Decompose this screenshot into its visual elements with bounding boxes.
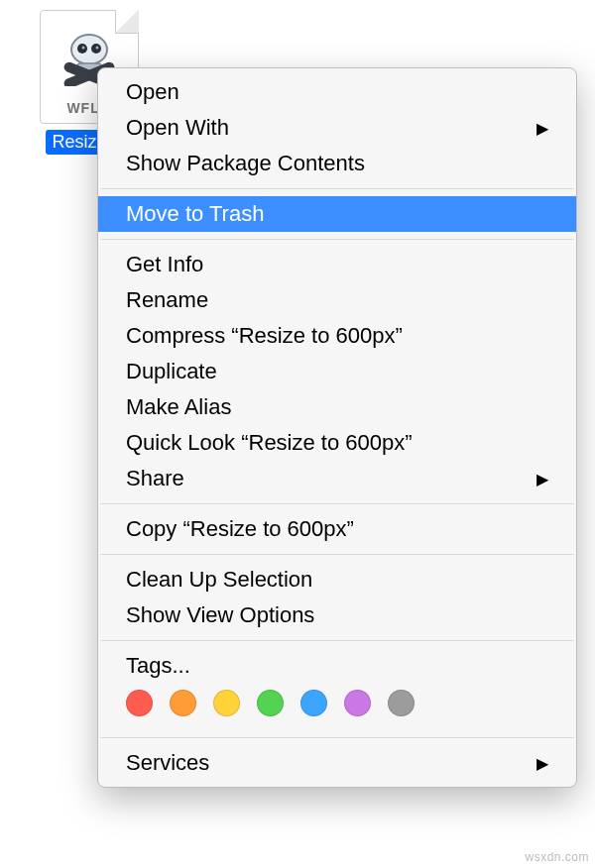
menu-item-duplicate[interactable]: Duplicate (98, 354, 576, 389)
menu-item-open[interactable]: Open (98, 74, 576, 110)
submenu-arrow-icon: ▶ (536, 754, 548, 773)
menu-item-make-alias[interactable]: Make Alias (98, 389, 576, 425)
menu-item-copy-resize-to-600px[interactable]: Copy “Resize to 600px” (98, 511, 576, 547)
menu-item-label: Share (126, 466, 184, 491)
tag-color-6[interactable] (388, 690, 415, 716)
menu-item-label: Compress “Resize to 600px” (126, 323, 403, 349)
menu-item-tags[interactable]: Tags... (98, 648, 576, 684)
menu-item-label: Quick Look “Resize to 600px” (126, 430, 413, 456)
menu-item-label: Rename (126, 287, 208, 313)
menu-item-label: Services (126, 750, 209, 776)
menu-item-label: Show View Options (126, 602, 314, 628)
tag-color-1[interactable] (170, 690, 196, 716)
menu-separator (100, 640, 574, 641)
menu-item-label: Open With (126, 115, 229, 141)
tag-color-0[interactable] (126, 690, 153, 716)
menu-item-compress-resize-to-600px[interactable]: Compress “Resize to 600px” (98, 318, 576, 354)
menu-separator (100, 503, 574, 504)
menu-item-share[interactable]: Share▶ (98, 461, 576, 496)
file-dogear (115, 10, 139, 34)
tags-row (98, 684, 576, 730)
menu-item-show-view-options[interactable]: Show View Options (98, 597, 576, 633)
menu-item-label: Move to Trash (126, 201, 264, 227)
menu-separator (100, 554, 574, 555)
menu-item-label: Make Alias (126, 394, 231, 420)
menu-separator (100, 188, 574, 189)
tag-color-5[interactable] (344, 690, 371, 716)
menu-item-services[interactable]: Services▶ (98, 745, 576, 781)
submenu-arrow-icon: ▶ (536, 119, 548, 138)
svg-point-0 (71, 35, 107, 64)
menu-item-label: Clean Up Selection (126, 567, 312, 593)
menu-item-open-with[interactable]: Open With▶ (98, 110, 576, 146)
menu-item-quick-look-resize-to-600px[interactable]: Quick Look “Resize to 600px” (98, 425, 576, 461)
menu-separator (100, 737, 574, 738)
submenu-arrow-icon: ▶ (536, 470, 548, 488)
menu-item-show-package-contents[interactable]: Show Package Contents (98, 146, 576, 181)
svg-point-4 (96, 47, 99, 50)
watermark: wsxdn.com (525, 850, 589, 864)
tag-color-3[interactable] (257, 690, 284, 716)
menu-item-label: Tags... (126, 653, 190, 679)
svg-point-3 (82, 47, 85, 50)
menu-item-label: Copy “Resize to 600px” (126, 516, 354, 542)
menu-item-rename[interactable]: Rename (98, 282, 576, 318)
menu-item-get-info[interactable]: Get Info (98, 247, 576, 282)
menu-item-label: Get Info (126, 252, 203, 277)
tag-color-2[interactable] (213, 690, 240, 716)
tag-color-4[interactable] (300, 690, 327, 716)
menu-item-label: Open (126, 79, 179, 105)
menu-item-move-to-trash[interactable]: Move to Trash (98, 196, 576, 232)
menu-item-clean-up-selection[interactable]: Clean Up Selection (98, 562, 576, 597)
menu-item-label: Duplicate (126, 359, 217, 384)
menu-separator (100, 239, 574, 240)
context-menu: OpenOpen With▶Show Package ContentsMove … (97, 67, 577, 788)
menu-item-label: Show Package Contents (126, 151, 365, 176)
